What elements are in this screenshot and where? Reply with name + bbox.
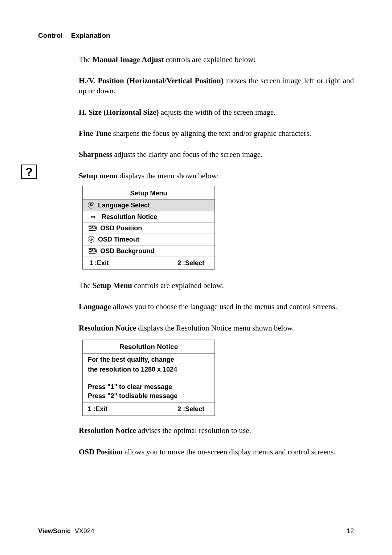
menu-item-label: Language Select xyxy=(98,201,150,210)
paragraph-osd-position: OSD Position allows you to move the on-s… xyxy=(79,447,354,457)
bold-text: Resolution Notice xyxy=(79,426,136,435)
menu-item-label: OSD Background xyxy=(100,247,154,255)
paragraph-manual-image-adjust: The Manual Image Adjust controls are exp… xyxy=(79,54,354,65)
bold-text: H. Size (Horizontal Size) xyxy=(79,108,159,117)
paragraph-resolution-notice-advises: Resolution Notice advises the optimal re… xyxy=(79,425,354,436)
menu-item-icon: OSD xyxy=(88,248,97,254)
menu-item-label: Resolution Notice xyxy=(102,212,157,221)
page-number: 12 xyxy=(347,527,354,535)
res-line-2: the resolution to 1280 x 1024 xyxy=(88,365,209,374)
text: allows you to choose the language used i… xyxy=(111,302,337,311)
text: allows you to move the on-screen display… xyxy=(123,447,336,456)
header-control: Control xyxy=(38,31,63,40)
text: displays the menu shown below: xyxy=(118,171,219,180)
paragraph-resolution-notice-intro: Resolution Notice displays the Resolutio… xyxy=(79,323,354,333)
resolution-notice-title: Resolution Notice xyxy=(83,340,215,354)
footer-exit: 1 :Exit xyxy=(88,405,107,413)
bold-text: OSD Position xyxy=(79,447,123,456)
paragraph-h-size: H. Size (Horizontal Size) adjusts the wi… xyxy=(79,107,354,117)
setup-menu-box: Setup Menu ☯Language Select▭Resolution N… xyxy=(82,186,215,270)
text: displays the Resolution Notice menu show… xyxy=(136,324,294,332)
menu-item-label: OSD Position xyxy=(100,224,142,232)
bold-text: Fine Tune xyxy=(79,129,111,138)
footer-select: 2 :Select xyxy=(177,405,204,413)
bold-text: H./V. Position (Horizontal/Vertical Posi… xyxy=(79,76,224,85)
resolution-notice-body: For the best quality, change the resolut… xyxy=(83,354,215,403)
bold-text: Sharpness xyxy=(79,150,112,159)
setup-menu-title: Setup Menu xyxy=(83,186,215,200)
footer-model: VX924 xyxy=(75,527,94,535)
setup-menu-item: OSDOSD Position xyxy=(83,223,215,234)
footer-exit: 1 :Exit xyxy=(89,259,109,267)
setup-menu-footer: 1 :Exit 2 :Select xyxy=(83,257,215,269)
setup-menu-item: ◷OSD Timeout xyxy=(83,234,215,245)
header-explanation: Explanation xyxy=(71,32,110,39)
paragraph-setup-menu-intro: Setup menu displays the menu shown below… xyxy=(79,171,354,181)
bold-text: Language xyxy=(79,302,111,311)
section-header: Control Explanation xyxy=(38,31,354,45)
paragraph-sharpness: Sharpness adjusts the clarity and focus … xyxy=(79,149,354,159)
footer-left: ViewSonic VX924 xyxy=(38,527,94,535)
paragraph-hv-position: H./V. Position (Horizontal/Vertical Posi… xyxy=(79,76,354,96)
text: controls are explained below: xyxy=(164,55,256,64)
text: advises the optimal resolution to use. xyxy=(136,426,251,435)
text: controls are explained below: xyxy=(132,281,224,290)
menu-item-icon: OSD xyxy=(88,226,97,231)
setup-menu-item: OSDOSD Background xyxy=(83,246,215,257)
text: adjusts the clarity and focus of the scr… xyxy=(112,150,262,159)
res-line-4: Press "2" todisable message xyxy=(88,392,209,400)
bold-text: Resolution Notice xyxy=(79,324,136,332)
menu-item-label: OSD Timeout xyxy=(98,235,139,244)
bold-text: Manual Image Adjust xyxy=(93,55,164,64)
paragraph-setup-menu-explained: The Setup Menu controls are explained be… xyxy=(79,280,354,291)
page-footer: ViewSonic VX924 12 xyxy=(38,527,354,535)
content-block: The Manual Image Adjust controls are exp… xyxy=(79,54,354,457)
footer-select: 2 :Select xyxy=(177,259,204,267)
paragraph-fine-tune: Fine Tune sharpens the focus by aligning… xyxy=(79,128,354,138)
menu-item-icon: ☯ xyxy=(88,202,94,208)
bold-text: Setup menu xyxy=(79,171,118,180)
setup-menu-item: ▭Resolution Notice xyxy=(83,211,215,223)
footer-brand: ViewSonic xyxy=(38,527,71,535)
res-line-3: Press "1" to clear message xyxy=(88,382,209,391)
question-mark-icon: ? xyxy=(21,165,37,179)
menu-item-icon: ◷ xyxy=(88,236,94,243)
resolution-notice-footer: 1 :Exit 2 :Select xyxy=(83,403,215,416)
resolution-notice-box: Resolution Notice For the best quality, … xyxy=(82,340,215,416)
res-line-1: For the best quality, change xyxy=(88,355,209,364)
text: adjusts the width of the screen image. xyxy=(159,108,275,117)
bold-text: Setup Menu xyxy=(93,281,132,290)
paragraph-language: Language allows you to choose the langua… xyxy=(79,301,354,312)
text: The xyxy=(79,281,93,290)
text: The xyxy=(79,55,93,64)
text: sharpens the focus by aligning the text … xyxy=(111,129,311,138)
menu-item-icon: ▭ xyxy=(88,214,98,220)
question-glyph: ? xyxy=(25,166,33,178)
setup-menu-item: ☯Language Select xyxy=(83,200,215,211)
